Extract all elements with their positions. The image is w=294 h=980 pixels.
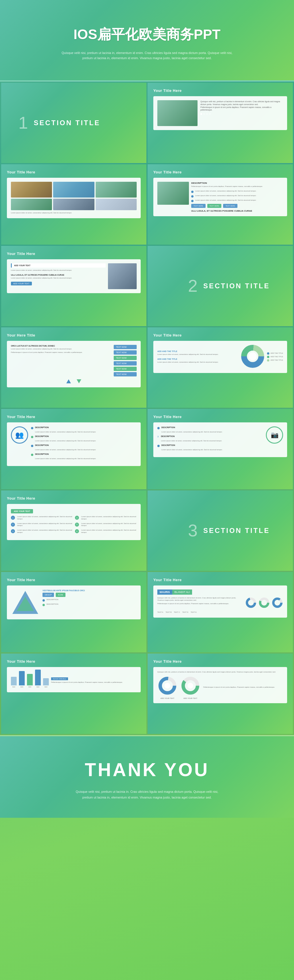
bar-5 — [43, 678, 49, 686]
photo-sky — [53, 182, 94, 197]
slide-5-text: Lorem ipsum dolor sit amet, consectetur … — [11, 348, 111, 350]
slide-13-donuts: ADD YOUR TEXT ADD YOUR TEXT Pellentesque… — [157, 676, 283, 699]
slide-13-text-col: Pellentesque in ipsum id orci porta dapi… — [203, 686, 283, 689]
slide-2-title: Your Title Here — [7, 170, 141, 174]
desc-item-3: Lorem ipsum dolor sit amet, consectetur … — [191, 199, 283, 202]
legend-label-1: ADD THE TITLE — [270, 352, 283, 355]
slide-4-title: Your Title Here — [7, 251, 141, 256]
slide-1: Your Title Here Quisque velit nisi, pret… — [148, 83, 293, 163]
slide-8-desc-col: DESCRIPTION Lorem ipsum dolor sit amet, … — [157, 426, 263, 453]
slide-3-text: Pellentesque in ipsum id orci porta dapi… — [191, 186, 283, 188]
legend-item-1: ADD THE TITLE — [267, 352, 283, 355]
slide-10-descp: DESCP — [43, 593, 54, 597]
list-text-4: Lorem ipsum dolor sit amet, consectetur … — [81, 516, 137, 520]
desc-dot-10-1 — [43, 599, 45, 601]
row-label-2: TEXT B — [166, 611, 172, 614]
photo-car — [11, 182, 52, 197]
desc-dot-3 — [191, 200, 194, 202]
slide-5-left: ORCI LUCTUS ET ULTRICES DICTUM, DONEC Lo… — [11, 345, 111, 376]
bar-1-label: text — [12, 686, 15, 688]
slide-7-content: 👥 DESCRIPTION Lorem ipsum dolor sit amet… — [11, 426, 137, 462]
dot-1 — [200, 113, 202, 115]
list-item-5: 5 Lorem ipsum dolor sit amet, consectetu… — [75, 523, 137, 527]
desc-dot-7-4 — [31, 454, 33, 456]
section-number-1: 1 — [18, 114, 28, 132]
desc-8-3-title: DESCRIPTION — [161, 444, 222, 446]
slide-13-card: Quisque velit nisi, pretium ut lacinia i… — [153, 667, 287, 703]
list-text-5: Lorem ipsum dolor sit amet, consectetur … — [81, 523, 137, 527]
desc-8-2-body: Lorem ipsum dolor sit amet, consectetur … — [161, 440, 222, 442]
slide-2-photo-grid — [11, 182, 137, 210]
donut-1-label: ADD YOUR TEXT — [157, 697, 178, 699]
svg-point-18 — [188, 683, 193, 689]
desc-item-2: Lorem ipsum dolor sit amet, consectetur … — [191, 195, 283, 197]
slide-12: Your Title Here text text — [1, 654, 146, 734]
slide-5-orci: ORCI LUCTUS ET ULTRICES DICTUM, DONEC — [11, 345, 111, 347]
slide-4: Your Title Here ADD YOUR TEXT Lorem ipsu… — [1, 246, 146, 326]
slide-9-add-text: ADD YOUR TEXT — [11, 508, 137, 514]
legend-item-2: ADD THE TITLE — [267, 356, 283, 358]
bar-3-label: text — [29, 686, 31, 688]
legend-dot-2 — [267, 356, 269, 358]
donut-1 — [245, 597, 257, 609]
slides-grid: 1 SECTION TITLE Your Title Here Quisque … — [0, 81, 294, 735]
slide-3-items: Lorem ipsum dolor sit amet, consectetur … — [191, 190, 283, 202]
desc-3-title: DESCRIPTION — [35, 444, 96, 446]
desc-dot-7-2 — [31, 436, 33, 438]
slide-7-desc-3-text: DESCRIPTION Lorem ipsum dolor sit amet, … — [35, 444, 96, 451]
tag-1: TEXT HERE — [191, 204, 205, 208]
legend-label-3: ADD THE TITLE — [270, 359, 283, 361]
bar-group-5: text — [43, 678, 49, 688]
section-title-slide-2: 2 SECTION TITLE — [148, 246, 293, 326]
desc-4-title: DESCRIPTION — [35, 453, 96, 455]
desc-10-2: DESCRIPTION — [46, 603, 58, 606]
legend-dot-3 — [267, 359, 269, 361]
slide-9-cols: 1 Lorem ipsum dolor sit amet, consectetu… — [11, 516, 137, 536]
bar-group-3: text — [27, 674, 33, 688]
slide-7-icon-col: 👥 — [11, 426, 28, 462]
list-num-5: 5 — [75, 523, 79, 527]
camera-icon-circle: 📷 — [266, 426, 283, 444]
slide-2-desc: Lorem ipsum dolor sit amet, consectetur … — [11, 212, 137, 214]
slide-8-desc-1-text: DESCRIPTION Lorem ipsum dolor sit amet, … — [161, 426, 222, 434]
slide-7-desc-2-text: DESCRIPTION Lorem ipsum dolor sit amet, … — [35, 435, 96, 442]
thank-you-title: THANK YOU — [23, 759, 271, 780]
desc-8-2-title: DESCRIPTION — [161, 435, 222, 438]
bar-5-label: text — [44, 686, 48, 688]
person-icon: 👥 — [15, 431, 24, 439]
slide-4-content: ADD YOUR TEXT Lorem ipsum dolor sit amet… — [11, 263, 137, 289]
bar-2 — [19, 671, 25, 686]
slide-3-desc-label: DESCRIPTION — [191, 182, 283, 185]
slide-3-content: DESCRIPTION Pellentesque in ipsum id orc… — [157, 182, 283, 212]
slide-3-text-col: DESCRIPTION Pellentesque in ipsum id orc… — [191, 182, 283, 212]
slide-8-desc-3: DESCRIPTION Lorem ipsum dolor sit amet, … — [157, 444, 263, 451]
large-donut-svg-2 — [180, 676, 200, 696]
slide-4-btn[interactable]: ADD YOUR TEXT — [11, 282, 32, 285]
mauris-header: MAURIS BLANDIT ALI — [157, 590, 283, 595]
bar-2-label: text — [21, 686, 23, 688]
slide-5: Your Here Title ORCI LUCTUS ET ULTRICES … — [1, 327, 146, 408]
desc-dot-7-3 — [31, 445, 33, 447]
slide-4-text: Lorem ipsum dolor sit amet, consectetur … — [11, 269, 106, 272]
list-text-6: Lorem ipsum dolor sit amet, consectetur … — [81, 529, 137, 534]
slide-6-legend: ADD THE TITLE ADD THE TITLE ADD THE TITL… — [267, 352, 283, 361]
donut-svg-3 — [272, 597, 283, 608]
desc-dot-8-1 — [157, 427, 160, 429]
slide-8-desc-3-text: DESCRIPTION Lorem ipsum dolor sit amet, … — [161, 444, 222, 451]
slide-7-card: 👥 DESCRIPTION Lorem ipsum dolor sit amet… — [7, 422, 141, 466]
slide-7-desc-4: DESCRIPTION Lorem ipsum dolor sit amet, … — [31, 453, 137, 460]
section-label-3: SECTION TITLE — [203, 527, 270, 535]
slide-6-add: ADD AND THE TITLE — [157, 350, 238, 352]
list-num-2: 2 — [11, 523, 15, 527]
desc-4-body: Lorem ipsum dolor sit amet, consectetur … — [35, 458, 96, 460]
slide-5-content: ORCI LUCTUS ET ULTRICES DICTUM, DONEC Lo… — [11, 345, 137, 376]
slide-11-content: Quisque velit nisi, pretium ut lacinia i… — [157, 597, 283, 609]
slide-7-desc-col: DESCRIPTION Lorem ipsum dolor sit amet, … — [31, 426, 137, 462]
slide-1-card: Quisque velit nisi, pretium ut lacinia i… — [153, 96, 287, 130]
slide-13-title: Your Title Here — [153, 659, 287, 663]
section-title-slide-1: 1 SECTION TITLE — [1, 83, 146, 163]
slide-1-text-block: Quisque velit nisi, pretium ut lacinia i… — [200, 100, 283, 126]
slide-9-card: ADD YOUR TEXT 1 Lorem ipsum dolor sit am… — [7, 504, 141, 540]
desc-dot-1 — [191, 191, 194, 193]
legend-dot-1 — [267, 352, 269, 355]
